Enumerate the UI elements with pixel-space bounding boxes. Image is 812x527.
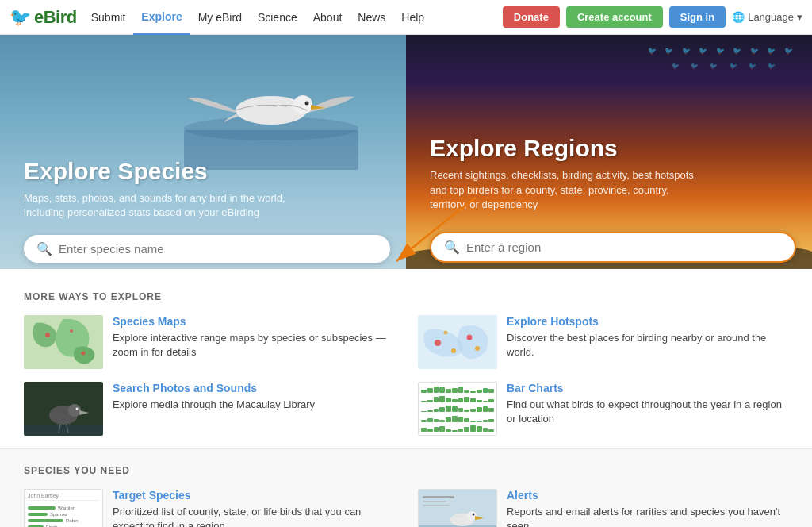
- search-photos-thumb-image: [24, 382, 103, 436]
- region-search-input[interactable]: [466, 240, 782, 254]
- species-maps-desc: Explore interactive range maps by specie…: [113, 331, 394, 360]
- target-species-thumb-image: John Bartley Warbler Sparrow Robin: [24, 489, 103, 527]
- svg-point-14: [475, 346, 480, 351]
- nav-myebird[interactable]: My eBird: [190, 0, 250, 35]
- search-photos-item: Search Photos and Sounds Explore media t…: [24, 382, 394, 436]
- bar-charts-title[interactable]: Bar Charts: [507, 382, 788, 394]
- species-you-need-title: SPECIES YOU NEED: [24, 465, 788, 476]
- alerts-text: Alerts Reports and email alerts for rari…: [507, 489, 788, 527]
- hero-regions-description: Recent sightings, checklists, birding ac…: [430, 168, 699, 212]
- svg-point-12: [467, 335, 473, 340]
- svg-rect-27: [423, 501, 446, 502]
- species-maps-thumb: [24, 315, 103, 369]
- svg-point-9: [82, 352, 86, 356]
- search-photos-desc: Explore media through the Macaulay Libra…: [113, 398, 315, 412]
- svg-point-18: [68, 404, 81, 417]
- svg-rect-20: [24, 425, 103, 436]
- bar-charts-thumb-image: [418, 382, 497, 436]
- hero-regions-content: Explore Regions Recent sightings, checkl…: [430, 135, 796, 221]
- bar-charts-item: Bar Charts Find out what birds to expect…: [418, 382, 788, 436]
- sign-in-button[interactable]: Sign in: [669, 6, 726, 28]
- logo-text: eBird: [34, 7, 77, 28]
- alerts-desc: Reports and email alerts for rarities an…: [507, 505, 788, 527]
- create-account-button[interactable]: Create account: [566, 6, 663, 28]
- target-species-desc: Prioritized list of county, state, or li…: [113, 505, 394, 527]
- svg-rect-28: [423, 505, 450, 506]
- search-icon-region: 🔍: [444, 240, 460, 255]
- species-search-box[interactable]: 🔍: [24, 235, 390, 263]
- hero-bird-image: [184, 67, 358, 170]
- svg-point-25: [473, 514, 475, 516]
- explore-hotspots-title[interactable]: Explore Hotspots: [507, 315, 788, 328]
- hero-species-description: Maps, stats, photos, and sounds for any …: [24, 191, 293, 220]
- nav-news[interactable]: News: [350, 0, 393, 35]
- svg-point-13: [451, 348, 456, 353]
- explore-hotspots-thumb-image: [418, 315, 497, 369]
- hero-regions-title: Explore Regions: [430, 135, 796, 162]
- donate-button[interactable]: Donate: [503, 6, 560, 28]
- target-species-item: John Bartley Warbler Sparrow Robin: [24, 489, 394, 527]
- globe-icon: 🌐: [732, 11, 745, 23]
- hero-container: Explore Species Maps, stats, photos, and…: [0, 35, 812, 269]
- search-photos-thumb: [24, 382, 103, 436]
- hero-panels: Explore Species Maps, stats, photos, and…: [0, 35, 812, 269]
- hero-species-title: Explore Species: [24, 158, 390, 185]
- logo-bird-icon: 🐦: [10, 7, 31, 28]
- nav-right: Donate Create account Sign in 🌐 Language…: [503, 6, 802, 28]
- more-ways-section: MORE WAYS TO EXPLORE: [0, 269, 812, 448]
- language-selector[interactable]: 🌐 Language ▾: [732, 11, 802, 23]
- nav-links: Submit Explore My eBird Science About Ne…: [83, 0, 503, 35]
- more-ways-title: MORE WAYS TO EXPLORE: [24, 291, 788, 302]
- explore-hotspots-item: Explore Hotspots Discover the best place…: [418, 315, 788, 369]
- svg-point-11: [435, 340, 441, 346]
- nav-explore[interactable]: Explore: [133, 0, 190, 35]
- species-search-wrap: 🔍 ⟳ Surprise me!: [24, 235, 390, 263]
- species-maps-thumb-image: [24, 315, 103, 369]
- species-you-need-section: SPECIES YOU NEED John Bartley Warbler Sp…: [0, 448, 812, 527]
- species-maps-text: Species Maps Explore interactive range m…: [113, 315, 394, 360]
- nav-submit[interactable]: Submit: [83, 0, 134, 35]
- svg-rect-26: [423, 496, 454, 498]
- species-maps-item: Species Maps Explore interactive range m…: [24, 315, 394, 369]
- explore-grid: Species Maps Explore interactive range m…: [24, 315, 788, 436]
- species-grid: John Bartley Warbler Sparrow Robin: [24, 489, 788, 527]
- svg-point-4: [305, 102, 309, 106]
- explore-hotspots-text: Explore Hotspots Discover the best place…: [507, 315, 788, 360]
- search-icon: 🔍: [36, 241, 52, 256]
- sunset-birds-decoration-2: 🐦 🐦 🐦 🐦 🐦 🐦: [672, 63, 780, 70]
- bar-charts-thumb: [418, 382, 497, 436]
- alerts-item: Alerts Reports and email alerts for rari…: [418, 489, 788, 527]
- hero-regions: 🐦 🐦 🐦 🐦 🐦 🐦 🐦 🐦 🐦 🐦 🐦 🐦 🐦 🐦 🐦 Explore Re…: [406, 35, 812, 269]
- logo[interactable]: 🐦 eBird: [10, 7, 77, 28]
- bar-charts-desc: Find out what birds to expect throughout…: [507, 398, 788, 426]
- regions-search-wrap: 🔍 ⛳ National Wildlife Refuges ⛳ BirdLife…: [430, 232, 796, 263]
- alerts-title[interactable]: Alerts: [507, 489, 788, 502]
- search-photos-title[interactable]: Search Photos and Sounds: [113, 382, 315, 394]
- main-nav: 🐦 eBird Submit Explore My eBird Science …: [0, 0, 812, 35]
- explore-hotspots-desc: Discover the best places for birding nea…: [507, 331, 788, 360]
- alerts-thumb: [418, 489, 497, 527]
- hero-species: Explore Species Maps, stats, photos, and…: [0, 35, 406, 269]
- explore-hotspots-thumb: [418, 315, 497, 369]
- regions-search-box[interactable]: 🔍: [430, 232, 796, 263]
- svg-point-8: [70, 329, 73, 333]
- search-photos-text: Search Photos and Sounds Explore media t…: [113, 382, 315, 412]
- target-species-title[interactable]: Target Species: [113, 489, 394, 502]
- svg-point-3: [293, 95, 312, 114]
- svg-point-19: [76, 408, 79, 410]
- chevron-down-icon: ▾: [797, 11, 802, 23]
- nav-help[interactable]: Help: [393, 0, 432, 35]
- nav-about[interactable]: About: [305, 0, 350, 35]
- alerts-thumb-image: [418, 489, 497, 527]
- target-species-thumb: John Bartley Warbler Sparrow Robin: [24, 489, 103, 527]
- target-species-text: Target Species Prioritized list of count…: [113, 489, 394, 527]
- hero-species-content: Explore Species Maps, stats, photos, and…: [24, 158, 390, 229]
- nav-science[interactable]: Science: [250, 0, 305, 35]
- svg-point-7: [45, 333, 50, 337]
- svg-point-15: [444, 331, 448, 335]
- species-search-input[interactable]: [59, 242, 377, 256]
- species-maps-title[interactable]: Species Maps: [113, 315, 394, 328]
- sunset-birds-decoration: 🐦 🐦 🐦 🐦 🐦 🐦 🐦 🐦 🐦: [648, 47, 796, 55]
- bar-charts-text: Bar Charts Find out what birds to expect…: [507, 382, 788, 426]
- language-label: Language: [748, 11, 794, 23]
